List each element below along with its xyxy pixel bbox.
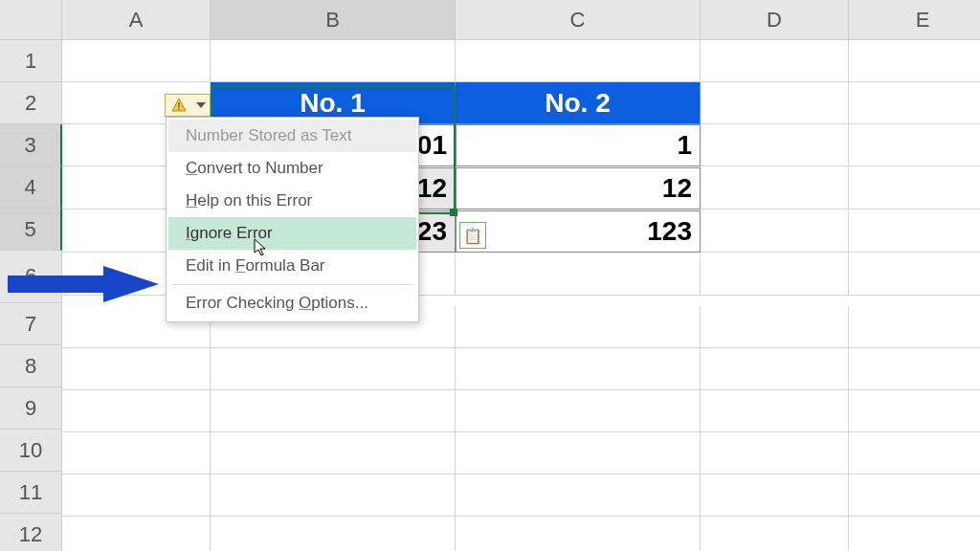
cell-d1[interactable] [701, 40, 849, 82]
row-header-6[interactable]: 6 [0, 251, 62, 303]
cell-c10[interactable] [456, 432, 701, 474]
menu-ignore-error[interactable]: Ignore Error [168, 217, 416, 250]
cell-c2-header[interactable]: No. 2 [456, 82, 701, 124]
cell-d4[interactable] [701, 167, 849, 209]
cell-b10[interactable] [211, 432, 456, 474]
row-header-11[interactable]: 11 [0, 472, 62, 514]
menu-error-checking-options[interactable]: Error Checking Options... [168, 287, 416, 320]
menu-help-accel: H [186, 191, 197, 209]
cell-e2[interactable] [849, 82, 980, 124]
select-all-corner[interactable] [0, 0, 62, 40]
row-header-8[interactable]: 8 [0, 345, 62, 387]
cell-b1[interactable] [211, 40, 456, 82]
menu-edit-formula-bar[interactable]: Edit in Formula Bar [168, 250, 416, 282]
col-header-b[interactable]: B [211, 0, 456, 40]
cell-c7[interactable] [456, 306, 701, 348]
menu-options-label: ptions... [311, 294, 368, 312]
cell-c12[interactable] [456, 517, 701, 551]
cell-e8[interactable] [849, 348, 980, 390]
menu-help-label: elp on this Error [197, 191, 312, 209]
cell-c4[interactable]: 12 [456, 167, 701, 209]
cell-e5[interactable] [849, 210, 980, 253]
row-header-3[interactable]: 3 [0, 124, 62, 166]
cell-d9[interactable] [701, 390, 849, 432]
menu-edit-accel: F [235, 256, 245, 275]
spreadsheet-grid: A B C D E 1 2 3 4 5 6 7 8 9 10 11 12 No.… [0, 0, 980, 551]
col-header-a[interactable]: A [62, 0, 211, 40]
row-header-7[interactable]: 7 [0, 303, 62, 345]
cell-b4-value: 12 [417, 173, 447, 204]
col-header-e[interactable]: E [849, 0, 980, 40]
cell-d7[interactable] [701, 306, 849, 348]
col-header-d[interactable]: D [701, 0, 849, 40]
cell-c3-value: 1 [677, 130, 692, 161]
menu-convert-to-number[interactable]: Convert to Number [168, 152, 416, 185]
cell-b5-value: 23 [417, 216, 447, 247]
clipboard-icon: 📋 [463, 227, 482, 245]
paste-options-button[interactable]: 📋 [459, 222, 486, 249]
cell-d5[interactable] [701, 210, 849, 253]
cell-c6[interactable] [456, 253, 701, 296]
cell-c8[interactable] [456, 348, 701, 390]
row-header-2[interactable]: 2 [0, 82, 62, 124]
cell-a8[interactable] [62, 348, 211, 390]
cell-d6[interactable] [701, 253, 849, 296]
menu-edit-pre: Edit in [186, 256, 235, 275]
cell-e9[interactable] [849, 390, 980, 432]
row-header-column: 1 2 3 4 5 6 7 8 9 10 11 12 [0, 40, 62, 551]
cell-e12[interactable] [849, 517, 980, 551]
cell-c9[interactable] [456, 390, 701, 432]
cell-d3[interactable] [701, 124, 849, 166]
cell-b9[interactable] [211, 390, 456, 432]
menu-ignore-label: gnore Error [190, 224, 273, 242]
cell-c4-value: 12 [662, 173, 692, 204]
menu-options-pre: Error Checking [186, 294, 299, 312]
cell-e11[interactable] [849, 474, 980, 517]
menu-title: Number Stored as Text [168, 120, 416, 152]
menu-separator [172, 284, 412, 285]
cell-d2[interactable] [701, 82, 849, 124]
dropdown-arrow-icon [196, 102, 206, 108]
col-header-c[interactable]: C [456, 0, 701, 40]
cell-e7[interactable] [849, 306, 980, 348]
row-header-10[interactable]: 10 [0, 430, 62, 472]
cell-e1[interactable] [849, 40, 980, 82]
menu-help-on-error[interactable]: Help on this Error [168, 185, 416, 217]
cell-e4[interactable] [849, 167, 980, 209]
error-smart-tag[interactable]: ! [165, 94, 211, 117]
cell-b11[interactable] [211, 474, 456, 517]
cell-d12[interactable] [701, 517, 849, 551]
column-header-row: A B C D E [0, 0, 980, 40]
cell-d11[interactable] [701, 474, 849, 517]
menu-edit-label: ormula Bar [245, 256, 324, 275]
cell-c3[interactable]: 1 [456, 124, 701, 166]
cell-a11[interactable] [62, 474, 211, 517]
cell-c5-value: 123 [647, 216, 692, 247]
menu-convert-accel: C [186, 159, 197, 177]
row-header-1[interactable]: 1 [0, 40, 62, 82]
row-header-9[interactable]: 9 [0, 387, 62, 430]
cell-d10[interactable] [701, 432, 849, 474]
row-header-5[interactable]: 5 [0, 209, 62, 251]
cell-b12[interactable] [211, 517, 456, 551]
error-context-menu: Number Stored as Text Convert to Number … [166, 117, 419, 322]
row-header-12[interactable]: 12 [0, 514, 62, 551]
cell-c1[interactable] [456, 40, 701, 82]
cell-a10[interactable] [62, 432, 211, 474]
cell-c11[interactable] [456, 474, 701, 517]
menu-options-accel: O [299, 294, 311, 312]
cell-d8[interactable] [701, 348, 849, 390]
warning-icon: ! [170, 97, 188, 114]
cell-e3[interactable] [849, 124, 980, 166]
cell-a1[interactable] [62, 40, 211, 82]
cell-e10[interactable] [849, 432, 980, 474]
menu-convert-label: onvert to Number [197, 159, 323, 177]
cell-b8[interactable] [211, 348, 456, 390]
cell-c5[interactable]: 123 [456, 210, 701, 253]
cell-a9[interactable] [62, 390, 211, 432]
row-header-4[interactable]: 4 [0, 166, 62, 209]
cell-e6[interactable] [849, 253, 980, 296]
cell-a12[interactable] [62, 517, 211, 551]
svg-text:!: ! [177, 101, 180, 112]
